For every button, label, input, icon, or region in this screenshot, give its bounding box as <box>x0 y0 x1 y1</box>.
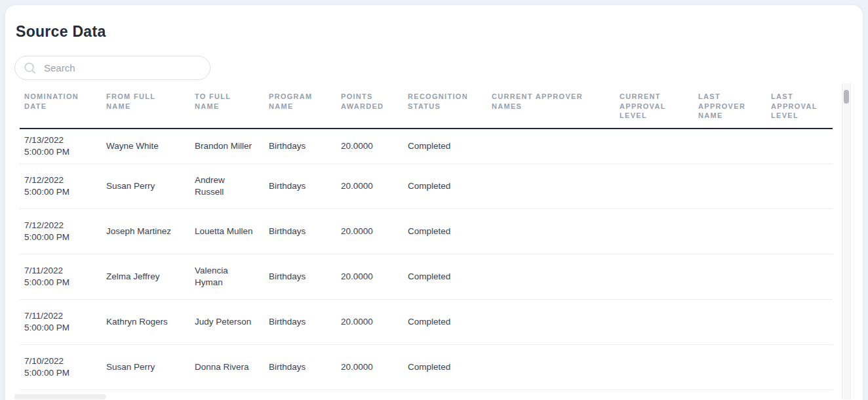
nomination-date-value: 7/13/2022 <box>24 134 96 146</box>
nomination-date-value: 7/10/2022 <box>24 355 96 367</box>
cell-to-full-name: Andrew Russell <box>190 164 264 209</box>
cell-recognition-status: Completed <box>403 300 487 345</box>
cell-to-full-name: Valencia Hyman <box>190 254 264 300</box>
table-header: NOMINATION DATEFROM FULL NAMETO FULL NAM… <box>20 83 833 129</box>
cell-points-awarded: 20.0000 <box>336 209 403 254</box>
cell-current-approver-names <box>487 254 615 300</box>
column-header-points-awarded[interactable]: POINTS AWARDED <box>336 83 403 129</box>
cell-program-name: Birthdays <box>264 345 336 390</box>
cell-to-full-name: Brandon Miller <box>190 129 264 164</box>
column-header-last-approval-level[interactable]: LAST APPROVAL LEVEL <box>766 83 833 129</box>
column-header-from-full-name[interactable]: FROM FULL NAME <box>102 83 190 129</box>
cell-points-awarded: 20.0000 <box>336 254 403 300</box>
nomination-time-value: 5:00:00 PM <box>24 277 96 289</box>
cell-nomination-date: 7/13/20225:00:00 PM <box>20 129 102 164</box>
table-row[interactable]: 7/13/20225:00:00 PM Wayne White Brandon … <box>20 129 833 164</box>
cell-from-full-name: Joseph Martinez <box>102 209 190 254</box>
column-header-recognition-status[interactable]: RECOGNITION STATUS <box>403 83 487 129</box>
cell-program-name: Birthdays <box>264 254 336 300</box>
cell-to-full-name: Louetta Mullen <box>190 209 264 254</box>
cell-current-approver-names <box>487 209 615 254</box>
vertical-scrollbar-track[interactable] <box>842 83 851 399</box>
cell-current-approval-level <box>615 345 694 390</box>
column-header-current-approver-names[interactable]: CURRENT APPROVER NAMES <box>487 83 615 129</box>
cell-program-name: Birthdays <box>264 164 336 209</box>
cell-last-approver-name <box>694 345 766 390</box>
cell-current-approver-names <box>487 164 615 209</box>
table-row[interactable]: 7/10/20225:00:00 PM Susan Perry Donna Ri… <box>20 345 833 390</box>
page-title: Source Data <box>16 22 854 41</box>
table-body: 7/13/20225:00:00 PM Wayne White Brandon … <box>20 129 833 390</box>
cell-recognition-status: Completed <box>403 254 487 300</box>
cell-last-approval-level <box>766 164 833 209</box>
column-header-last-approver-name[interactable]: LAST APPROVER NAME <box>694 83 766 129</box>
cell-from-full-name: Susan Perry <box>102 345 190 390</box>
cell-to-full-name: Judy Peterson <box>190 300 264 345</box>
cell-last-approver-name <box>694 129 766 164</box>
search-input[interactable] <box>43 62 196 74</box>
cell-current-approval-level <box>615 254 694 300</box>
cell-current-approval-level <box>615 209 694 254</box>
cell-last-approval-level <box>766 209 833 254</box>
nomination-time-value: 5:00:00 PM <box>24 146 96 158</box>
vertical-scrollbar-thumb[interactable] <box>844 90 849 104</box>
nomination-date-value: 7/11/2022 <box>24 310 96 322</box>
search-box <box>14 56 210 80</box>
table-row[interactable]: 7/11/20225:00:00 PM Kathryn Rogers Judy … <box>20 300 833 345</box>
cell-program-name: Birthdays <box>264 300 336 345</box>
cell-program-name: Birthdays <box>264 129 336 164</box>
cell-from-full-name: Kathryn Rogers <box>102 300 190 345</box>
cell-last-approval-level <box>766 254 833 300</box>
cell-current-approval-level <box>615 164 694 209</box>
column-header-program-name[interactable]: PROGRAM NAME <box>264 83 336 129</box>
cell-from-full-name: Wayne White <box>102 129 190 164</box>
cell-nomination-date: 7/10/20225:00:00 PM <box>20 345 102 390</box>
cell-nomination-date: 7/12/20225:00:00 PM <box>20 164 102 209</box>
cell-recognition-status: Completed <box>403 209 487 254</box>
nomination-date-value: 7/12/2022 <box>24 174 96 186</box>
cell-to-full-name: Donna Rivera <box>190 345 264 390</box>
cell-from-full-name: Zelma Jeffrey <box>102 254 190 300</box>
cell-current-approval-level <box>615 129 694 164</box>
nomination-date-value: 7/12/2022 <box>24 220 96 231</box>
cell-nomination-date: 7/11/20225:00:00 PM <box>20 254 102 300</box>
cell-points-awarded: 20.0000 <box>336 164 403 209</box>
table-row[interactable]: 7/12/20225:00:00 PM Joseph Martinez Loue… <box>20 209 833 254</box>
cell-last-approval-level <box>766 129 833 164</box>
cell-last-approver-name <box>694 209 766 254</box>
cell-current-approver-names <box>487 345 615 390</box>
cell-points-awarded: 20.0000 <box>336 345 403 390</box>
cell-last-approval-level <box>766 300 833 345</box>
table-scroll-area: NOMINATION DATEFROM FULL NAMETO FULL NAM… <box>14 83 854 399</box>
cell-current-approval-level <box>615 300 694 345</box>
nomination-time-value: 5:00:00 PM <box>24 231 96 243</box>
column-header-to-full-name[interactable]: TO FULL NAME <box>190 83 264 129</box>
column-header-nomination-date[interactable]: NOMINATION DATE <box>20 83 102 129</box>
cell-last-approval-level <box>766 345 833 390</box>
cell-last-approver-name <box>694 254 766 300</box>
cell-program-name: Birthdays <box>264 209 336 254</box>
nomination-time-value: 5:00:00 PM <box>24 367 96 379</box>
table-row[interactable]: 7/12/20225:00:00 PM Susan Perry Andrew R… <box>20 164 833 209</box>
nomination-time-value: 5:00:00 PM <box>24 322 96 334</box>
cell-last-approver-name <box>694 300 766 345</box>
table-header-row: NOMINATION DATEFROM FULL NAMETO FULL NAM… <box>20 83 833 129</box>
card-content: Source Data NOMINATION DATEFROM FULL NAM… <box>5 22 863 400</box>
cell-last-approver-name <box>694 164 766 209</box>
cell-nomination-date: 7/11/20225:00:00 PM <box>20 300 102 345</box>
table-row[interactable]: 7/11/20225:00:00 PM Zelma Jeffrey Valenc… <box>20 254 833 300</box>
cell-recognition-status: Completed <box>403 164 487 209</box>
source-data-table: NOMINATION DATEFROM FULL NAMETO FULL NAM… <box>20 83 833 390</box>
source-data-card: Source Data NOMINATION DATEFROM FULL NAM… <box>5 5 863 400</box>
horizontal-scrollbar-thumb[interactable] <box>14 394 106 399</box>
cell-points-awarded: 20.0000 <box>336 129 403 164</box>
cell-from-full-name: Susan Perry <box>102 164 190 209</box>
cell-recognition-status: Completed <box>403 345 487 390</box>
cell-recognition-status: Completed <box>403 129 487 164</box>
nomination-date-value: 7/11/2022 <box>24 265 96 277</box>
column-header-current-approval-level[interactable]: CURRENT APPROVAL LEVEL <box>615 83 694 129</box>
nomination-time-value: 5:00:00 PM <box>24 186 96 198</box>
cell-nomination-date: 7/12/20225:00:00 PM <box>20 209 102 254</box>
cell-points-awarded: 20.0000 <box>336 300 403 345</box>
cell-current-approver-names <box>487 129 615 164</box>
